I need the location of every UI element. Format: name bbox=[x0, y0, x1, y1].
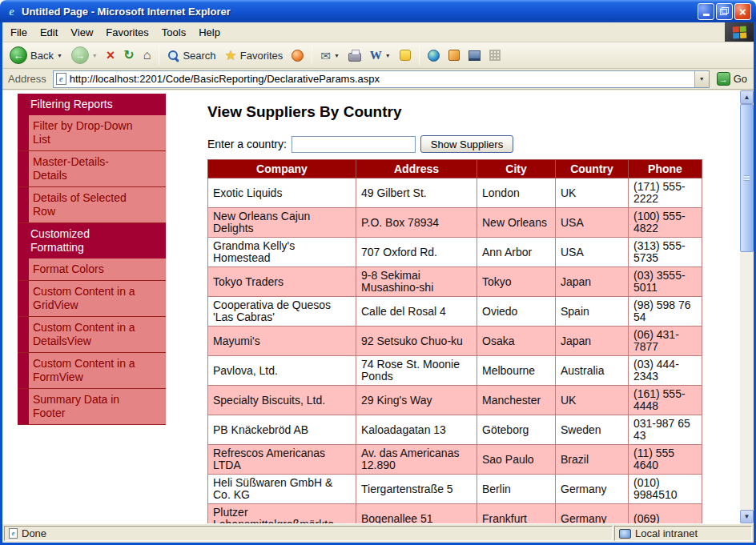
sidebar-item-custom-content-in-a-gridview[interactable]: Custom Content in a GridView bbox=[18, 281, 166, 317]
scroll-up-button[interactable]: ▲ bbox=[740, 90, 754, 104]
grid-col-country: Country bbox=[556, 160, 629, 178]
close-button[interactable]: × bbox=[734, 3, 751, 20]
ie-logo-icon: e bbox=[5, 5, 18, 18]
menu-view[interactable]: View bbox=[64, 24, 99, 41]
toolbar-separator bbox=[419, 46, 420, 65]
grid-button[interactable] bbox=[485, 48, 505, 62]
grid-row: PB Knäckebröd ABKaloadagatan 13GöteborgS… bbox=[208, 415, 702, 445]
scroll-down-button[interactable]: ▼ bbox=[740, 510, 754, 523]
country-input[interactable] bbox=[292, 136, 416, 153]
mail-button[interactable]: ✉ ▼ bbox=[316, 48, 344, 63]
grid-cell: Osaka bbox=[477, 327, 556, 356]
address-box: e ▼ bbox=[53, 70, 710, 88]
grid-cell: Japan bbox=[556, 267, 629, 297]
bank-button[interactable] bbox=[464, 49, 485, 62]
sidebar-item-master-details-details[interactable]: Master-Details-Details bbox=[18, 151, 166, 187]
search-button[interactable]: Search bbox=[163, 48, 219, 63]
grid-cell: (313) 555-5735 bbox=[629, 238, 702, 267]
status-text: Done bbox=[22, 527, 46, 539]
sidebar-strip bbox=[18, 187, 29, 222]
toolbar-separator bbox=[312, 46, 312, 65]
address-dropdown-button[interactable]: ▼ bbox=[694, 71, 709, 87]
sidebar-item-custom-content-in-a-detailsview[interactable]: Custom Content in a DetailsView bbox=[18, 317, 166, 353]
toolbar-separator bbox=[159, 46, 159, 65]
go-button[interactable]: → Go bbox=[714, 72, 750, 86]
sidebar-item-label: Filter by Drop-Down List bbox=[29, 115, 166, 150]
grid-cell: Oviedo bbox=[477, 297, 556, 327]
grid-cell: Refrescos Americanas LTDA bbox=[208, 445, 356, 475]
menu-tools[interactable]: Tools bbox=[155, 24, 192, 41]
media-button[interactable] bbox=[288, 48, 308, 63]
scrollbar-thumb[interactable] bbox=[740, 104, 754, 252]
status-bar: e Done Local intranet bbox=[2, 523, 754, 543]
window-frame: FileEditViewFavoritesToolsHelp ← Back ▼ … bbox=[0, 22, 756, 545]
home-button[interactable]: ⌂ bbox=[139, 47, 155, 63]
minimize-icon bbox=[703, 14, 710, 16]
grid-cell: Sweden bbox=[556, 415, 629, 445]
menu-file[interactable]: File bbox=[4, 24, 34, 41]
grid-cell: (03) 3555-5011 bbox=[629, 267, 702, 297]
sidebar-item-custom-content-in-a-formview[interactable]: Custom Content in a FormView bbox=[18, 353, 166, 389]
grid-cell: Tokyo bbox=[477, 267, 556, 297]
grid-cell: Heli Süßwaren GmbH & Co. KG bbox=[208, 475, 356, 504]
sidebar-item-details-of-selected-row[interactable]: Details of Selected Row bbox=[18, 187, 166, 223]
edit-chevron-icon: ▼ bbox=[385, 53, 391, 58]
grid-cell: Specialty Biscuits, Ltd. bbox=[208, 386, 356, 415]
web-globe-button[interactable] bbox=[424, 48, 444, 63]
edit-word-button[interactable]: W ▼ bbox=[366, 47, 395, 64]
grid-row: New Orleans Cajun DelightsP.O. Box 78934… bbox=[208, 208, 702, 238]
messenger-button[interactable] bbox=[396, 48, 415, 62]
sidebar-item-filter-by-drop-down-list[interactable]: Filter by Drop-Down List bbox=[18, 115, 166, 151]
address-label: Address bbox=[6, 73, 49, 85]
star-icon: ★ bbox=[225, 49, 237, 62]
mail-icon: ✉ bbox=[320, 50, 331, 62]
sidebar-strip bbox=[18, 353, 29, 388]
main-content: View Suppliers By Country Enter a countr… bbox=[207, 103, 720, 523]
grid-cell: PB Knäckebröd AB bbox=[208, 415, 356, 445]
grid-row: Exotic Liquids49 Gilbert St.LondonUK(171… bbox=[208, 178, 702, 208]
research-button[interactable] bbox=[444, 48, 464, 62]
bank-icon bbox=[468, 50, 481, 61]
refresh-button[interactable]: ↻ bbox=[119, 47, 138, 63]
sidebar-item-label: Master-Details-Details bbox=[29, 151, 166, 186]
grid-cell: Pavlova, Ltd. bbox=[208, 356, 356, 386]
sidebar-nav: Filtering ReportsFilter by Drop-Down Lis… bbox=[18, 94, 166, 425]
media-icon bbox=[292, 50, 304, 62]
print-button[interactable] bbox=[344, 48, 365, 63]
grid-cell: (069) bbox=[629, 504, 702, 524]
restore-button[interactable] bbox=[716, 3, 733, 20]
grid-cell: 9-8 Sekimai Musashino-shi bbox=[356, 267, 477, 297]
grid-cell: Calle del Rosal 4 bbox=[356, 297, 477, 327]
grid-row: Pavlova, Ltd.74 Rose St. Moonie PondsMel… bbox=[208, 356, 702, 386]
grid-cell: London bbox=[477, 178, 556, 208]
sidebar-item-label: Custom Content in a FormView bbox=[29, 353, 166, 388]
back-button[interactable]: ← Back ▼ bbox=[6, 45, 66, 66]
menu-edit[interactable]: Edit bbox=[34, 24, 64, 41]
minimize-button[interactable] bbox=[698, 3, 714, 20]
grid-cell: Sao Paulo bbox=[477, 445, 556, 475]
grid-cell: Av. das Americanas 12.890 bbox=[356, 445, 477, 475]
grid-cell: (06) 431-7877 bbox=[629, 327, 702, 356]
menu-help[interactable]: Help bbox=[192, 24, 227, 41]
address-input[interactable] bbox=[66, 73, 694, 85]
word-icon: W bbox=[370, 49, 382, 62]
forward-button[interactable]: → ▼ bbox=[67, 45, 102, 66]
menu-favorites[interactable]: Favorites bbox=[99, 24, 155, 41]
grid-cell: Exotic Liquids bbox=[208, 178, 356, 208]
sidebar-item-summary-data-in-footer[interactable]: Summary Data in Footer bbox=[18, 389, 166, 425]
grid-cell: (11) 555 4640 bbox=[629, 445, 702, 475]
show-suppliers-button[interactable]: Show Suppliers bbox=[420, 135, 513, 153]
stop-button[interactable]: × bbox=[103, 46, 119, 64]
grid-row: Heli Süßwaren GmbH & Co. KGTiergartenstr… bbox=[208, 475, 702, 504]
favorites-button[interactable]: ★ Favorites bbox=[221, 47, 288, 64]
grid-header-row: CompanyAddressCityCountryPhone bbox=[208, 160, 702, 178]
sidebar-strip bbox=[18, 151, 29, 186]
sidebar-item-format-colors[interactable]: Format Colors bbox=[18, 258, 166, 281]
grid-row: Specialty Biscuits, Ltd.29 King's WayMan… bbox=[208, 386, 702, 415]
grid-cell: (010) 9984510 bbox=[629, 475, 702, 504]
window-title: Untitled Page - Microsoft Internet Explo… bbox=[22, 6, 698, 18]
country-label: Enter a country: bbox=[207, 138, 287, 150]
grid-cell: Japan bbox=[556, 327, 629, 356]
windows-flag-throbber bbox=[725, 22, 754, 42]
browser-viewport: Filtering ReportsFilter by Drop-Down Lis… bbox=[2, 90, 754, 523]
